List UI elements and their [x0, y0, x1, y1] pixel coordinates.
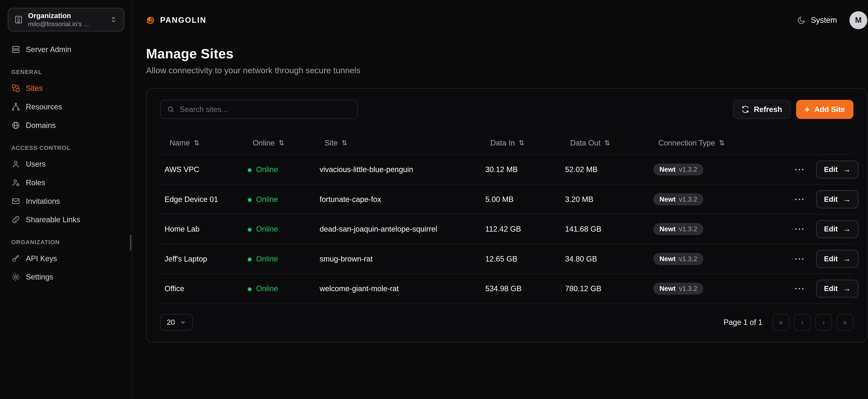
- site-slug: welcome-giant-mole-rat: [315, 284, 481, 293]
- add-site-button[interactable]: + Add Site: [796, 100, 854, 119]
- edit-button[interactable]: Edit→: [816, 161, 859, 179]
- topbar-right: System M: [797, 11, 867, 29]
- row-menu-button[interactable]: ···: [795, 254, 805, 264]
- table-row: Office Online welcome-giant-mole-rat 534…: [160, 274, 854, 304]
- arrow-right-icon: →: [843, 254, 850, 264]
- site-online-status: Online: [243, 225, 315, 233]
- online-dot-icon: [248, 168, 252, 172]
- page-head: Manage Sites Allow connectivity to your …: [133, 40, 868, 75]
- brand-name: PANGOLIN: [160, 16, 207, 25]
- page-subtitle: Allow connectivity to your network throu…: [146, 65, 867, 75]
- next-page-button[interactable]: ›: [815, 314, 832, 331]
- sidebar-item-label: Users: [26, 160, 45, 168]
- site-connection-type: Newtv1.3.2: [649, 283, 790, 295]
- sidebar-item-invitations[interactable]: Invitations: [7, 192, 125, 210]
- connection-badge: Newtv1.3.2: [653, 163, 704, 176]
- table-header-row: Name⇅ Online⇅ Site⇅ Data In⇅ Data Out⇅ C…: [160, 131, 854, 155]
- sort-icon: ⇅: [194, 139, 199, 147]
- page-info: Page 1 of 1: [723, 318, 762, 327]
- user-cog-icon: [11, 178, 20, 187]
- section-heading-access-control: ACCESS CONTROL: [11, 145, 121, 151]
- edit-button[interactable]: Edit→: [816, 190, 859, 208]
- online-dot-icon: [248, 257, 252, 262]
- topbar: PANGOLIN System M: [133, 0, 868, 40]
- site-data-out: 52.02 MB: [561, 165, 649, 174]
- connection-badge: Newtv1.3.2: [653, 193, 704, 206]
- connection-badge: Newtv1.3.2: [653, 283, 704, 295]
- avatar[interactable]: M: [849, 11, 867, 29]
- site-online-status: Online: [243, 165, 315, 174]
- prev-page-button[interactable]: ‹: [794, 314, 811, 331]
- page-size-value: 20: [167, 318, 175, 327]
- org-switcher-label: Organization: [28, 11, 104, 20]
- arrow-right-icon: →: [843, 165, 850, 174]
- chevrons-up-down-icon: [109, 15, 118, 24]
- page-size-select[interactable]: 20: [160, 314, 193, 331]
- site-online-status: Online: [243, 284, 315, 293]
- theme-toggle[interactable]: System: [797, 16, 837, 25]
- column-header-online[interactable]: Online⇅: [243, 139, 315, 147]
- refresh-button[interactable]: Refresh: [733, 100, 790, 119]
- sidebar-item-shareable-links[interactable]: Shareable Links: [7, 211, 125, 229]
- column-header-data-out[interactable]: Data Out⇅: [561, 139, 649, 147]
- toolbar-buttons: Refresh + Add Site: [733, 100, 854, 119]
- edit-button[interactable]: Edit→: [816, 250, 859, 268]
- site-name: AWS VPC: [160, 165, 243, 174]
- connection-badge: Newtv1.3.2: [653, 253, 704, 265]
- column-header-connection-type[interactable]: Connection Type⇅: [649, 139, 790, 147]
- site-data-in: 112.42 GB: [481, 225, 561, 233]
- last-page-button[interactable]: »: [837, 314, 854, 331]
- sidebar-item-label: Sites: [26, 84, 43, 93]
- sidebar-item-settings[interactable]: Settings: [7, 268, 125, 286]
- edit-button[interactable]: Edit→: [816, 280, 859, 298]
- link-icon: [11, 215, 20, 224]
- first-page-button[interactable]: «: [773, 314, 789, 331]
- plus-icon: +: [804, 105, 810, 114]
- sidebar-scrollbar[interactable]: [130, 235, 132, 251]
- column-header-name[interactable]: Name⇅: [160, 139, 243, 147]
- key-icon: [11, 254, 20, 263]
- table-row: Home Lab Online dead-san-joaquin-antelop…: [160, 214, 854, 244]
- sidebar-item-label: Domains: [26, 121, 56, 130]
- pagination: Page 1 of 1 « ‹ › »: [723, 314, 854, 331]
- search-input[interactable]: [180, 105, 351, 114]
- row-menu-button[interactable]: ···: [795, 284, 805, 294]
- sidebar-item-resources[interactable]: Resources: [7, 98, 125, 116]
- sidebar-item-label: Roles: [26, 178, 45, 187]
- sidebar-item-sites[interactable]: Sites: [7, 79, 125, 97]
- brand[interactable]: PANGOLIN: [146, 16, 207, 25]
- site-slug: fortunate-cape-fox: [315, 195, 481, 204]
- arrow-right-icon: →: [843, 224, 850, 234]
- site-data-in: 534.98 GB: [481, 284, 561, 293]
- online-dot-icon: [248, 198, 252, 202]
- theme-toggle-label: System: [811, 16, 837, 25]
- row-menu-button[interactable]: ···: [795, 194, 805, 204]
- sidebar-item-users[interactable]: Users: [7, 155, 125, 173]
- sort-icon: ⇅: [519, 139, 524, 147]
- org-switcher[interactable]: Organization milo@fossorial.io's ...: [8, 8, 124, 31]
- table-row: Jeff's Laptop Online smug-brown-rat 12.6…: [160, 244, 854, 274]
- globe-icon: [11, 121, 20, 130]
- sidebar-item-roles[interactable]: Roles: [7, 174, 125, 192]
- edit-button[interactable]: Edit→: [816, 220, 859, 238]
- sidebar-item-label: Shareable Links: [26, 215, 80, 224]
- row-menu-button[interactable]: ···: [795, 224, 805, 234]
- column-header-site[interactable]: Site⇅: [315, 139, 481, 147]
- sidebar-item-domains[interactable]: Domains: [7, 116, 125, 134]
- pager-buttons: « ‹ › »: [773, 314, 854, 331]
- sidebar-item-api-keys[interactable]: API Keys: [7, 249, 125, 268]
- add-site-button-label: Add Site: [814, 105, 845, 114]
- building-icon: [14, 15, 23, 24]
- site-slug: smug-brown-rat: [315, 254, 481, 263]
- site-data-out: 141.68 GB: [561, 225, 649, 233]
- row-menu-button[interactable]: ···: [795, 164, 805, 174]
- section-heading-organization: ORGANIZATION: [11, 239, 121, 246]
- sidebar-item-server-admin[interactable]: Server Admin: [7, 40, 125, 59]
- page-title: Manage Sites: [146, 46, 867, 61]
- site-data-in: 5.00 MB: [481, 195, 561, 204]
- column-header-data-in[interactable]: Data In⇅: [481, 139, 561, 147]
- refresh-icon: [741, 105, 749, 113]
- sites-combine-icon: [11, 84, 20, 93]
- row-actions: ··· Edit→: [790, 280, 860, 298]
- app-window: Organization milo@fossorial.io's ... Ser…: [0, 0, 868, 399]
